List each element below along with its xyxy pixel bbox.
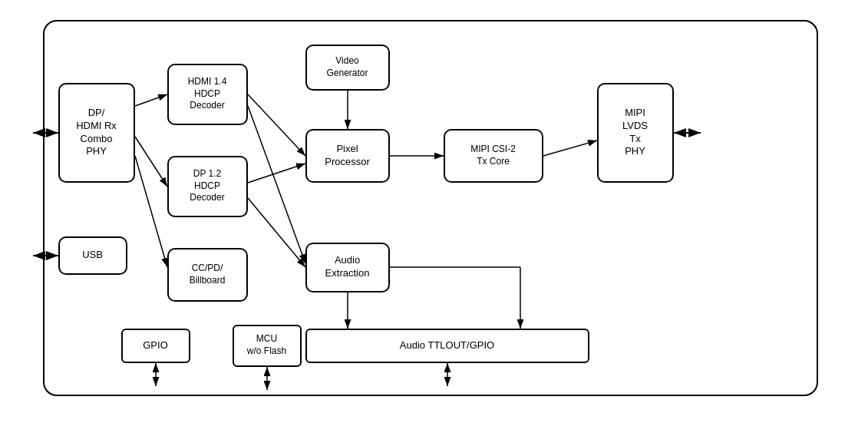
diagram-container: DP/ HDMI Rx Combo PHY USB HDMI 1.4 HDCP … bbox=[20, 12, 849, 411]
gpio-block: GPIO bbox=[121, 329, 190, 363]
svg-line-15 bbox=[543, 140, 597, 156]
video-gen-block: Video Generator bbox=[305, 45, 390, 91]
outer-box: DP/ HDMI Rx Combo PHY USB HDMI 1.4 HDCP … bbox=[43, 20, 818, 396]
audio-ttl-block: Audio TTLOUT/GPIO bbox=[305, 329, 589, 363]
mcu-block: MCU w/o Flash bbox=[233, 325, 302, 367]
audio-ext-block: Audio Extraction bbox=[305, 243, 390, 292]
dp-decoder-block: DP 1.2 HDCP Decoder bbox=[167, 156, 248, 217]
usb-block: USB bbox=[58, 236, 127, 275]
mipi-lvds-block: MIPI LVDS Tx PHY bbox=[597, 83, 674, 183]
svg-line-6 bbox=[135, 94, 167, 106]
hdmi-decoder-block: HDMI 1.4 HDCP Decoder bbox=[167, 64, 248, 125]
svg-line-8 bbox=[135, 156, 167, 267]
dp-hdmi-rx-block: DP/ HDMI Rx Combo PHY bbox=[58, 83, 135, 183]
svg-line-7 bbox=[135, 137, 167, 187]
svg-line-11 bbox=[248, 164, 305, 183]
mipi-csi2-block: MIPI CSI-2 Tx Core bbox=[444, 129, 543, 183]
svg-line-9 bbox=[248, 94, 305, 156]
cc-pd-block: CC/PD/ Billboard bbox=[167, 248, 248, 302]
svg-line-10 bbox=[248, 106, 305, 263]
pixel-proc-block: Pixel Processor bbox=[305, 129, 390, 183]
svg-line-12 bbox=[248, 198, 305, 267]
